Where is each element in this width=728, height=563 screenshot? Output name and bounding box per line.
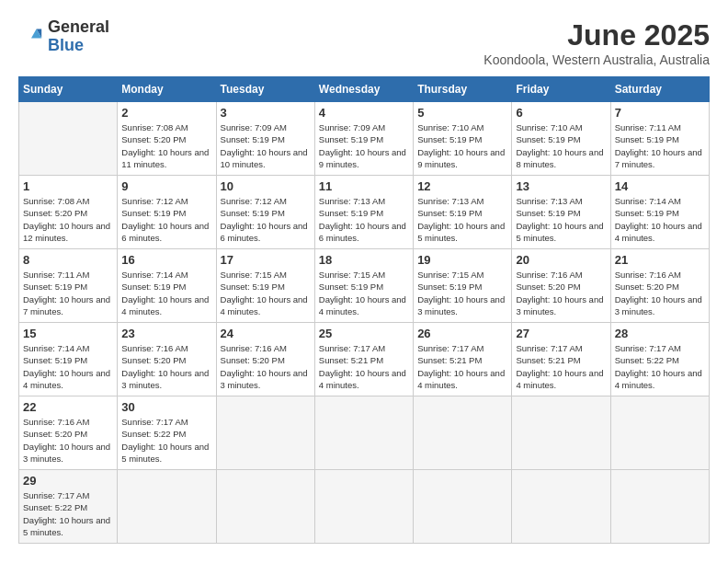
- calendar-cell: 26Sunrise: 7:17 AMSunset: 5:21 PMDayligh…: [414, 323, 512, 396]
- day-info: Sunrise: 7:17 AMSunset: 5:21 PMDaylight:…: [516, 342, 606, 391]
- day-number: 5: [417, 106, 507, 120]
- day-info: Sunrise: 7:09 AMSunset: 5:19 PMDaylight:…: [319, 121, 409, 170]
- calendar-cell: 25Sunrise: 7:17 AMSunset: 5:21 PMDayligh…: [314, 323, 413, 396]
- day-number: 29: [23, 474, 113, 488]
- day-info: Sunrise: 7:16 AMSunset: 5:20 PMDaylight:…: [221, 342, 311, 391]
- calendar-row: 15Sunrise: 7:14 AMSunset: 5:19 PMDayligh…: [19, 323, 710, 396]
- day-number: 12: [417, 179, 507, 193]
- calendar-cell: 11Sunrise: 7:13 AMSunset: 5:19 PMDayligh…: [314, 176, 413, 249]
- day-info: Sunrise: 7:14 AMSunset: 5:19 PMDaylight:…: [121, 269, 211, 317]
- header-friday: Friday: [512, 77, 610, 102]
- logo: General Blue: [18, 18, 109, 55]
- page-header: General Blue June 2025 Koondoola, Wester…: [18, 18, 710, 67]
- day-number: 4: [319, 106, 409, 120]
- header-monday: Monday: [118, 77, 216, 102]
- calendar-cell: 24Sunrise: 7:16 AMSunset: 5:20 PMDayligh…: [216, 323, 314, 396]
- day-number: 19: [417, 253, 507, 267]
- day-info: Sunrise: 7:08 AMSunset: 5:20 PMDaylight:…: [121, 121, 211, 170]
- header-tuesday: Tuesday: [216, 77, 314, 102]
- day-number: 28: [615, 327, 705, 340]
- title-block: June 2025 Koondoola, Western Australia, …: [483, 18, 710, 67]
- general-blue-logo-icon: [18, 24, 44, 50]
- calendar-cell: 16Sunrise: 7:14 AMSunset: 5:19 PMDayligh…: [118, 249, 216, 323]
- day-number: 8: [23, 253, 113, 267]
- calendar-cell: [610, 396, 709, 470]
- calendar-row: 1Sunrise: 7:08 AMSunset: 5:20 PMDaylight…: [19, 176, 710, 249]
- day-number: 10: [221, 179, 311, 193]
- calendar-cell: 4Sunrise: 7:09 AMSunset: 5:19 PMDaylight…: [314, 102, 413, 176]
- calendar-row: 2Sunrise: 7:08 AMSunset: 5:20 PMDaylight…: [19, 102, 710, 176]
- day-info: Sunrise: 7:12 AMSunset: 5:19 PMDaylight:…: [121, 195, 211, 244]
- calendar-cell: [610, 470, 709, 544]
- calendar-cell: 6Sunrise: 7:10 AMSunset: 5:19 PMDaylight…: [512, 102, 610, 176]
- header-row: Sunday Monday Tuesday Wednesday Thursday…: [19, 77, 710, 102]
- day-info: Sunrise: 7:13 AMSunset: 5:19 PMDaylight:…: [516, 195, 606, 244]
- day-info: Sunrise: 7:16 AMSunset: 5:20 PMDaylight:…: [23, 416, 113, 465]
- calendar-cell: 23Sunrise: 7:16 AMSunset: 5:20 PMDayligh…: [118, 323, 216, 396]
- day-number: 17: [221, 253, 311, 267]
- calendar-cell: [216, 470, 314, 544]
- logo-general-text: General: [48, 17, 109, 36]
- day-info: Sunrise: 7:15 AMSunset: 5:19 PMDaylight:…: [221, 269, 311, 317]
- month-title: June 2025: [483, 18, 710, 52]
- day-info: Sunrise: 7:13 AMSunset: 5:19 PMDaylight:…: [319, 195, 409, 244]
- calendar-cell: 29Sunrise: 7:17 AMSunset: 5:22 PMDayligh…: [19, 470, 118, 544]
- header-thursday: Thursday: [414, 77, 512, 102]
- day-number: 6: [516, 106, 606, 120]
- day-number: 20: [516, 253, 606, 267]
- header-saturday: Saturday: [610, 77, 709, 102]
- day-number: 26: [417, 327, 507, 340]
- day-info: Sunrise: 7:10 AMSunset: 5:19 PMDaylight:…: [516, 121, 606, 170]
- day-number: 30: [121, 400, 211, 414]
- calendar-cell: [512, 470, 610, 544]
- calendar-cell: [414, 470, 512, 544]
- day-number: 25: [319, 327, 409, 340]
- header-sunday: Sunday: [19, 77, 118, 102]
- day-number: 18: [319, 253, 409, 267]
- day-number: 11: [319, 179, 409, 193]
- calendar-cell: [414, 396, 512, 470]
- calendar-cell: 28Sunrise: 7:17 AMSunset: 5:22 PMDayligh…: [610, 323, 709, 396]
- logo-text: General Blue: [48, 18, 109, 55]
- day-info: Sunrise: 7:14 AMSunset: 5:19 PMDaylight:…: [615, 195, 705, 244]
- day-number: 21: [615, 253, 705, 267]
- calendar-cell: 30Sunrise: 7:17 AMSunset: 5:22 PMDayligh…: [118, 396, 216, 470]
- calendar-cell: [19, 102, 118, 176]
- day-number: 27: [516, 327, 606, 340]
- calendar-cell: 3Sunrise: 7:09 AMSunset: 5:19 PMDaylight…: [216, 102, 314, 176]
- day-number: 23: [121, 327, 211, 340]
- day-info: Sunrise: 7:09 AMSunset: 5:19 PMDaylight:…: [221, 121, 311, 170]
- day-info: Sunrise: 7:17 AMSunset: 5:22 PMDaylight:…: [121, 416, 211, 465]
- calendar-table: Sunday Monday Tuesday Wednesday Thursday…: [18, 76, 710, 544]
- calendar-cell: 27Sunrise: 7:17 AMSunset: 5:21 PMDayligh…: [512, 323, 610, 396]
- calendar-row: 22Sunrise: 7:16 AMSunset: 5:20 PMDayligh…: [19, 396, 710, 470]
- calendar-body: 2Sunrise: 7:08 AMSunset: 5:20 PMDaylight…: [19, 102, 710, 544]
- calendar-cell: 1Sunrise: 7:08 AMSunset: 5:20 PMDaylight…: [19, 176, 118, 249]
- day-info: Sunrise: 7:17 AMSunset: 5:21 PMDaylight:…: [417, 342, 507, 391]
- day-number: 16: [121, 253, 211, 267]
- day-info: Sunrise: 7:11 AMSunset: 5:19 PMDaylight:…: [615, 121, 705, 170]
- calendar-cell: 13Sunrise: 7:13 AMSunset: 5:19 PMDayligh…: [512, 176, 610, 249]
- day-number: 9: [121, 179, 211, 193]
- day-info: Sunrise: 7:16 AMSunset: 5:20 PMDaylight:…: [121, 342, 211, 391]
- day-info: Sunrise: 7:16 AMSunset: 5:20 PMDaylight:…: [615, 269, 705, 317]
- calendar-cell: [512, 396, 610, 470]
- calendar-cell: 15Sunrise: 7:14 AMSunset: 5:19 PMDayligh…: [19, 323, 118, 396]
- header-wednesday: Wednesday: [314, 77, 413, 102]
- day-number: 24: [221, 327, 311, 340]
- calendar-cell: 14Sunrise: 7:14 AMSunset: 5:19 PMDayligh…: [610, 176, 709, 249]
- calendar-header: Sunday Monday Tuesday Wednesday Thursday…: [19, 77, 710, 102]
- day-number: 3: [221, 106, 311, 120]
- day-info: Sunrise: 7:17 AMSunset: 5:21 PMDaylight:…: [319, 342, 409, 391]
- day-number: 2: [121, 106, 211, 120]
- calendar-cell: 10Sunrise: 7:12 AMSunset: 5:19 PMDayligh…: [216, 176, 314, 249]
- day-info: Sunrise: 7:17 AMSunset: 5:22 PMDaylight:…: [615, 342, 705, 391]
- calendar-cell: 8Sunrise: 7:11 AMSunset: 5:19 PMDaylight…: [19, 249, 118, 323]
- day-info: Sunrise: 7:16 AMSunset: 5:20 PMDaylight:…: [516, 269, 606, 317]
- calendar-cell: 12Sunrise: 7:13 AMSunset: 5:19 PMDayligh…: [414, 176, 512, 249]
- calendar-cell: 7Sunrise: 7:11 AMSunset: 5:19 PMDaylight…: [610, 102, 709, 176]
- location-text: Koondoola, Western Australia, Australia: [483, 52, 710, 67]
- calendar-row: 8Sunrise: 7:11 AMSunset: 5:19 PMDaylight…: [19, 249, 710, 323]
- calendar-cell: 22Sunrise: 7:16 AMSunset: 5:20 PMDayligh…: [19, 396, 118, 470]
- day-info: Sunrise: 7:14 AMSunset: 5:19 PMDaylight:…: [23, 342, 113, 391]
